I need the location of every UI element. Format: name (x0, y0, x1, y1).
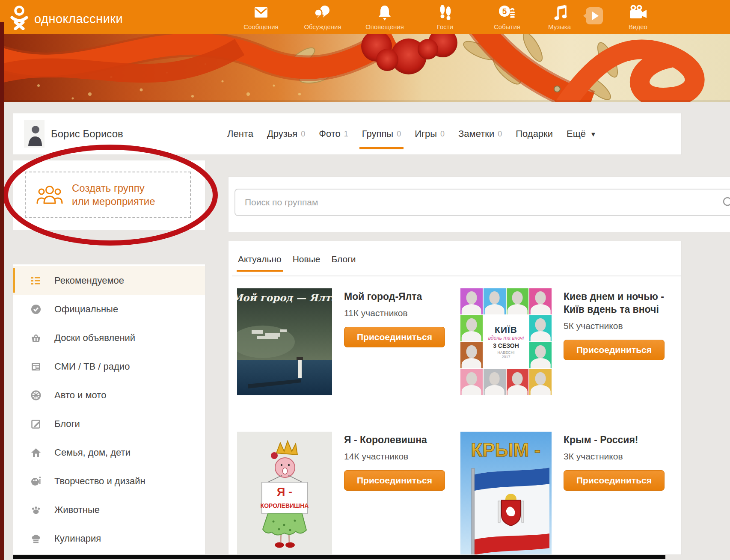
create-group-panel: Создать группу или мероприятие (13, 160, 205, 230)
kyiv-portrait-grid: КИЇВ вдень та вночі 3 СЕЗОН НАВЕСНІ 2017 (460, 288, 552, 395)
tab-count: 0 (440, 130, 445, 139)
create-group-label: Создать группу или мероприятие (72, 181, 155, 208)
sidebar-item-cooking[interactable]: Кулинария (13, 524, 205, 553)
create-group-button[interactable]: Создать группу или мероприятие (25, 172, 191, 218)
tab-new[interactable]: Новые (293, 254, 320, 264)
yalta-image-caption: Мой город — Ялта (237, 292, 332, 303)
tabs-separator (232, 276, 681, 276)
group-title[interactable]: Я - Королевишна (344, 433, 454, 446)
group-title[interactable]: Крым - Россия! (564, 433, 674, 446)
nav-music[interactable]: Музыка (539, 1, 580, 33)
avatar[interactable] (24, 120, 45, 148)
sidebar-item-auto[interactable]: Авто и мото (13, 381, 205, 409)
nav-notifications[interactable]: Оповещения (354, 1, 415, 33)
group-title[interactable]: Киев днем и ночью - Київ вдень та вночі (564, 290, 674, 316)
sidebar-item-label: Рекомендуемое (54, 275, 124, 286)
group-image-kyiv[interactable]: КИЇВ вдень та вночі 3 СЕЗОН НАВЕСНІ 2017 (460, 288, 552, 395)
sidebar-item-art[interactable]: Творчество и дизайн (13, 467, 205, 495)
sidebar-item-label: Блоги (54, 418, 80, 430)
play-badge[interactable] (580, 1, 608, 33)
join-button[interactable]: Присоединиться (564, 470, 665, 491)
ok-logo[interactable]: одноклассники (9, 5, 123, 30)
create-group-line2: или мероприятие (72, 195, 155, 208)
profile-name[interactable]: Борис Борисов (51, 128, 123, 140)
paw-icon (30, 504, 42, 516)
chevron-down-icon: ▼ (590, 130, 596, 138)
tab-count: 0 (301, 130, 305, 139)
sidebar-item-label: Семья, дом, дети (54, 447, 131, 458)
nav-guests[interactable]: Гости (415, 1, 475, 33)
banner-art (0, 34, 730, 102)
tab-label: Заметки (458, 128, 494, 139)
tab-games[interactable]: Игры 0 (415, 113, 445, 154)
group-image-crimea[interactable]: КРЫМ - (460, 432, 552, 555)
list-icon (30, 275, 42, 286)
nav-messages[interactable]: Сообщения (231, 1, 291, 33)
join-button[interactable]: Присоединиться (564, 340, 665, 360)
tab-feed[interactable]: Лента (227, 113, 253, 154)
tab-friends[interactable]: Друзья 0 (267, 113, 305, 154)
sidebar-item-blogs[interactable]: Блоги (13, 409, 205, 438)
tab-more[interactable]: Ещё ▼ (567, 113, 596, 154)
chat-bubbles-icon (313, 3, 332, 22)
group-info: Я - Королевишна 14К участников Присоедин… (344, 432, 454, 555)
slide-border-stripe (0, 22, 4, 560)
top-header-bar: одноклассники Сообщения Обсуждения (0, 0, 730, 34)
group-people-icon (36, 185, 63, 204)
sidebar-item-label: Животные (54, 504, 100, 516)
sign-line1: Я - (277, 486, 292, 498)
events-5-icon: 5 (497, 3, 517, 22)
nav-video[interactable]: Видео (608, 1, 668, 33)
group-members-count: 5К участников (564, 321, 674, 331)
group-categories-sidebar: Рекомендуемое Официальные Доски объявлен… (13, 264, 205, 555)
sidebar-item-recommended[interactable]: Рекомендуемое (13, 266, 205, 295)
sidebar-item-label: Кулинария (54, 533, 101, 544)
group-card-kyiv: КИЇВ вдень та вночі 3 СЕЗОН НАВЕСНІ 2017… (460, 288, 674, 395)
sidebar-item-label: Доски объявлений (54, 332, 135, 344)
check-badge-icon (30, 304, 42, 315)
tab-actual[interactable]: Актуально (238, 254, 282, 264)
nav-events[interactable]: 5 События (475, 1, 539, 33)
search-box (234, 189, 730, 216)
envelope-icon (252, 3, 270, 22)
sidebar-item-animals[interactable]: Животные (13, 495, 205, 524)
nav-label: Обсуждения (304, 23, 341, 30)
tab-notes[interactable]: Заметки 0 (458, 113, 502, 154)
tab-label: Игры (415, 128, 437, 139)
tab-gifts[interactable]: Подарки (516, 113, 553, 154)
svg-text:5: 5 (502, 7, 507, 16)
group-members-count: 11К участников (344, 308, 454, 318)
create-group-line1: Создать группу (72, 181, 155, 195)
group-card-yalta: Мой город — Ялта Мой город-Ялта 11К учас… (237, 288, 454, 397)
nav-discussions[interactable]: Обсуждения (291, 1, 354, 33)
sidebar-item-official[interactable]: Официальные (13, 295, 205, 323)
profile-bar: Борис Борисов Лента Друзья 0 Фото 1 Груп… (13, 113, 682, 155)
join-button[interactable]: Присоединиться (344, 327, 445, 347)
tab-photos[interactable]: Фото 1 (319, 113, 348, 154)
odnoklassniki-groups-page: одноклассники Сообщения Обсуждения (0, 0, 730, 560)
group-image-korolevishna[interactable]: Я - КОРОЛЕВИШНА (237, 432, 332, 555)
tab-count: 0 (498, 130, 502, 139)
group-search-panel (228, 176, 730, 232)
group-card-crimea: КРЫМ - Крым - Россия! 3К участников Прис… (460, 432, 674, 555)
kyiv-spring: НАВЕСНІ (497, 350, 514, 355)
group-title[interactable]: Мой город-Ялта (344, 290, 454, 303)
search-input[interactable] (235, 190, 730, 215)
tab-blogs[interactable]: Блоги (331, 254, 356, 264)
sidebar-item-media[interactable]: СМИ / ТВ / радио (13, 352, 205, 381)
nav-label: Гости (437, 23, 453, 30)
tab-label: Группы (362, 128, 393, 139)
search-icon[interactable] (722, 196, 730, 211)
group-image-yalta[interactable]: Мой город — Ялта (237, 288, 332, 397)
ok-person-icon (9, 5, 29, 30)
crimea-image-text: КРЫМ - (471, 439, 541, 460)
sidebar-item-family[interactable]: Семья, дом, дети (13, 438, 205, 467)
nav-label: Оповещения (365, 23, 404, 30)
sign-line2: КОРОЛЕВИШНА (261, 502, 309, 509)
kyiv-center-label: КИЇВ вдень та вночі 3 СЕЗОН НАВЕСНІ 2017 (484, 315, 529, 368)
join-button[interactable]: Присоединиться (344, 470, 445, 491)
newspaper-icon (30, 361, 42, 372)
profile-tabs: Лента Друзья 0 Фото 1 Группы 0 Игры 0 За… (227, 113, 596, 154)
sidebar-item-boards[interactable]: Доски объявлений (13, 323, 205, 352)
tab-groups[interactable]: Группы 0 (362, 113, 401, 154)
